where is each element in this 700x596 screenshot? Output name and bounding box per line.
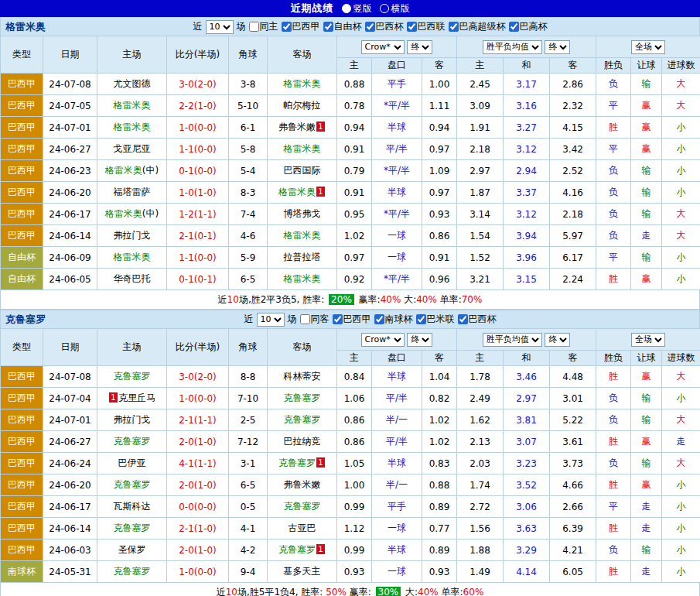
same-venue-checkbox[interactable]: 同主: [249, 20, 278, 33]
summary-segment: 近: [217, 586, 226, 596]
europe-avg-select[interactable]: 胜平负均值: [483, 333, 542, 347]
away-team-cell: 科林蒂安: [268, 366, 337, 388]
league-checkbox-0-box[interactable]: [282, 22, 292, 32]
league-checkbox-5[interactable]: 巴高杯: [509, 20, 548, 33]
goals-result-cell: 大: [662, 409, 700, 431]
handicap-result-cell: 赢: [631, 95, 662, 117]
result-cell: 负: [596, 225, 631, 247]
europe-away-odds: 6.39: [550, 518, 596, 539]
fulltime-select[interactable]: 全场: [631, 40, 665, 54]
layout-horizontal-radio[interactable]: 横版: [380, 2, 410, 15]
away-team-cell: 格雷米奥: [268, 74, 337, 95]
asian-final-select[interactable]: 终: [407, 333, 432, 347]
bookmaker-select[interactable]: Crow*: [361, 333, 405, 347]
league-checkbox-0[interactable]: 巴西甲: [282, 20, 320, 33]
league-checkbox-2-box[interactable]: [365, 22, 375, 32]
match-row: 巴西甲24-06-20克鲁塞罗2-0(1-0)6-5弗鲁米嫩1.00半/一0.8…: [1, 474, 700, 496]
red-card-badge: 1: [316, 122, 325, 132]
match-count-select[interactable]: 10: [257, 313, 285, 327]
same-venue-checkbox-box[interactable]: [300, 314, 310, 324]
league-checkbox-1-box[interactable]: [323, 22, 333, 32]
subheader-1: 盘口: [372, 58, 422, 74]
summary-segment: 赢率:: [347, 586, 374, 596]
subheader-8: 进球数: [662, 351, 700, 366]
league-checkbox-2-box[interactable]: [416, 314, 426, 324]
europe-draw-odds: 3.27: [504, 117, 550, 139]
league-checkbox-0-box[interactable]: [333, 314, 343, 324]
match-row: 南球杯24-05-31克鲁塞罗1-0(0-0)9-4基多天主0.93一球0.93…: [1, 561, 700, 583]
asian-final-select[interactable]: 终: [407, 40, 432, 54]
layout-vertical-radio[interactable]: 竖版: [342, 2, 372, 15]
team-name: 福塔雷萨: [114, 187, 151, 197]
league-checkbox-4-box[interactable]: [449, 22, 459, 32]
team-name: 克鲁塞罗: [114, 479, 151, 490]
europe-draw-odds: 3.15: [504, 269, 550, 290]
team-section: 克鲁塞罗近10场同客巴西甲南球杯巴米联巴西杯类型日期主场比分(半场)角球客场Cr…: [0, 310, 700, 596]
away-team-cell: 格雷米奥: [268, 225, 337, 247]
europe-final-select[interactable]: 终: [545, 333, 570, 347]
same-venue-checkbox-box[interactable]: [249, 22, 259, 32]
home-team-cell: 福塔雷萨: [97, 182, 167, 204]
date-cell: 24-06-05: [43, 269, 97, 290]
away-team-cell: 弗鲁米嫩1: [268, 117, 337, 139]
result-cell: 平: [596, 95, 631, 117]
league-checkbox-4[interactable]: 巴高超级杯: [449, 20, 506, 33]
league-checkbox-2[interactable]: 巴米联: [416, 313, 455, 326]
result-cell: 负: [596, 74, 631, 95]
header-col-home: 主场: [97, 36, 167, 74]
handicap-result-cell: 输: [631, 409, 662, 431]
asian-away-odds: 0.77: [422, 518, 457, 539]
europe-draw-odds: 4.14: [504, 561, 550, 583]
asian-handicap: 平/半: [372, 139, 422, 160]
near-label: 近: [193, 20, 203, 33]
match-count-select[interactable]: 10: [206, 20, 234, 34]
same-venue-checkbox[interactable]: 同客: [300, 313, 330, 326]
header-col-home: 主场: [97, 329, 167, 366]
league-checkbox-2[interactable]: 巴西杯: [365, 20, 404, 33]
summary-segment: 场,胜5平1负4, 胜率:: [237, 586, 326, 596]
league-checkbox-1[interactable]: 南球杯: [374, 313, 413, 326]
away-team-cell: 格雷米奥1: [268, 182, 337, 204]
league-checkbox-0[interactable]: 巴西甲: [333, 313, 371, 326]
league-checkbox-3-box[interactable]: [458, 314, 468, 324]
date-cell: 24-07-08: [43, 74, 97, 95]
league-checkbox-1[interactable]: 自由杯: [323, 20, 362, 33]
home-team-cell: 弗拉门戈: [97, 409, 167, 431]
league-checkbox-3[interactable]: 巴西杯: [458, 313, 497, 326]
europe-avg-select[interactable]: 胜平负均值: [483, 40, 542, 54]
home-team-cell: 华奇巴托: [97, 269, 167, 290]
home-team-cell: 格雷米奥(中): [97, 204, 167, 225]
team-name: 古亚巴: [289, 522, 316, 533]
page-title: 近期战绩: [291, 2, 334, 15]
corner-cell: 8-8: [229, 366, 268, 388]
league-cell: 巴西甲: [1, 139, 43, 160]
asian-handicap: 一球: [372, 518, 422, 539]
header-col-away: 客场: [268, 36, 337, 74]
europe-away-odds: 4.48: [550, 366, 596, 388]
asian-away-odds: 1.00: [422, 74, 457, 95]
fulltime-select[interactable]: 全场: [631, 333, 665, 347]
league-checkbox-5-box[interactable]: [509, 22, 519, 32]
handicap-result-cell: 走: [631, 518, 662, 539]
team-name: 格雷米奥: [114, 252, 151, 262]
league-checkbox-1-box[interactable]: [374, 314, 384, 324]
asian-home-odds: 1.02: [337, 225, 372, 247]
europe-home-odds: 1.91: [457, 117, 504, 139]
subheader-1: 盘口: [372, 351, 422, 366]
asian-home-odds: 0.88: [337, 74, 372, 95]
bookmaker-select[interactable]: Crow*: [361, 40, 405, 54]
corner-cell: 9-4: [229, 561, 268, 583]
league-checkbox-3-box[interactable]: [407, 22, 417, 32]
asian-home-odds: 0.99: [337, 539, 372, 561]
match-row: 巴西甲24-07-08克鲁塞罗3-0(2-0)8-8科林蒂安0.84半球1.04…: [1, 366, 700, 388]
subheader-3: 主: [457, 351, 504, 366]
summary-segment: 60%: [463, 587, 484, 596]
europe-final-select[interactable]: 终: [545, 40, 570, 54]
asian-handicap: *平/半: [372, 204, 422, 225]
league-checkbox-3[interactable]: 巴西联: [407, 20, 446, 33]
asian-handicap: 半球: [372, 366, 422, 388]
europe-home-odds: 3.14: [457, 204, 504, 225]
goals-result-cell: 小: [662, 561, 700, 583]
away-team-cell: 克鲁塞罗1: [268, 539, 337, 561]
europe-draw-odds: 3.12: [504, 204, 550, 225]
